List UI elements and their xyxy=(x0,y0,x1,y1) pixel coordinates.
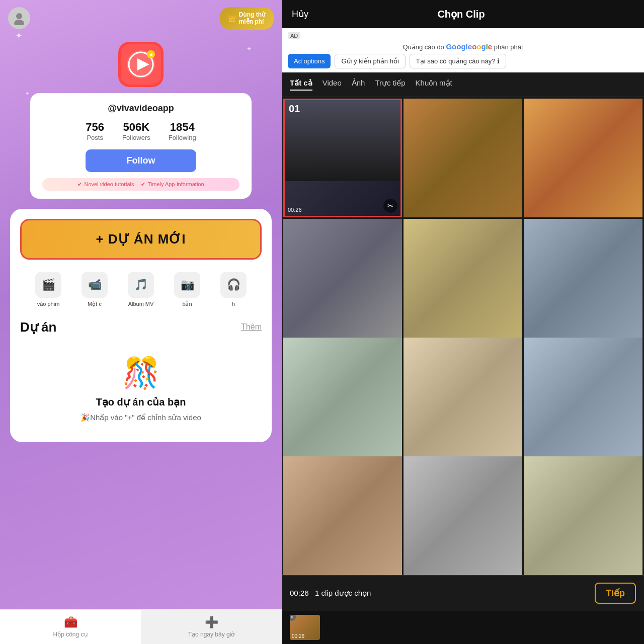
sparkle-icon: ✦ xyxy=(247,45,252,52)
cancel-button[interactable]: Hủy xyxy=(292,9,308,20)
stat-following-value: 1854 xyxy=(170,121,195,134)
profile-card: @vivavideoapp 756 Posts 506K Followers 1… xyxy=(30,93,252,199)
app-logo: ★ xyxy=(118,42,164,87)
check-icon: ✔ xyxy=(77,181,82,188)
media-cell-1-number: 01 xyxy=(289,103,300,115)
media-cell-2[interactable] xyxy=(404,99,522,217)
sparkle-icon: ✦ xyxy=(15,30,23,41)
feature-tutorials-label: Novel video tutorials xyxy=(84,181,134,187)
left-topbar: 👑 Dùng thử miễn phí xyxy=(0,0,282,37)
new-project-button[interactable]: + DỰ ÁN MỚI xyxy=(20,219,262,260)
action-movie-label: vào phim xyxy=(37,301,60,307)
projects-more-link[interactable]: Thêm xyxy=(241,323,262,332)
tab-all[interactable]: Tất cả xyxy=(290,78,312,91)
action-row: 🎬 vào phim 📹 Một c 🎵 Album MV 📷 bản 🎧 h xyxy=(20,272,262,307)
ad-buttons: Ad options Gửi ý kiến phản hồi Tại sao c… xyxy=(288,54,638,68)
nav-toolbox[interactable]: 🧰 Hộp công cụ xyxy=(0,610,141,644)
stat-followers: 506K Followers xyxy=(122,121,150,141)
crown-icon: 👑 xyxy=(228,15,236,22)
action-camera[interactable]: 📷 bản xyxy=(174,272,200,307)
ad-banner: AD Quảng cáo do Googleoogle phân phát Ad… xyxy=(282,28,644,72)
filter-tabs: Tất cả Video Ảnh Trực tiếp Khuôn mặt xyxy=(282,72,644,97)
avatar[interactable] xyxy=(8,7,30,29)
media-cell-9[interactable] xyxy=(524,338,642,456)
action-one[interactable]: 📹 Một c xyxy=(82,272,108,307)
ad-text-prefix: Quảng cáo do xyxy=(403,43,446,51)
clip-close-button[interactable]: × xyxy=(290,615,296,621)
plus-icon: ➕ xyxy=(205,616,218,629)
follow-button[interactable]: Follow xyxy=(86,149,196,172)
projects-title: Dự án xyxy=(20,319,56,335)
stat-following-label: Following xyxy=(169,134,196,141)
ad-why-button[interactable]: Tại sao có quảng cáo này? ℹ xyxy=(410,54,507,68)
media-cell-3[interactable] xyxy=(524,99,642,217)
movie-icon: 🎬 xyxy=(35,272,61,298)
feature-tutorials: ✔ Novel video tutorials xyxy=(77,181,134,188)
strip-duration: 00:26 1 clip được chọn xyxy=(290,589,371,598)
empty-title: Tạo dự án của bạn xyxy=(96,396,186,408)
action-headphone-label: h xyxy=(232,301,235,307)
profile-features: ✔ Novel video tutorials ✔ Timely App-inf… xyxy=(42,178,239,191)
media-cell-7[interactable] xyxy=(283,338,402,456)
action-movie[interactable]: 🎬 vào phim xyxy=(35,272,61,307)
tab-live[interactable]: Trực tiếp xyxy=(375,78,405,91)
album-icon: 🎵 xyxy=(128,272,154,298)
ad-options-button[interactable]: Ad options xyxy=(288,54,331,68)
strip-duration-value: 00:26 xyxy=(290,589,309,597)
media-cell-11[interactable] xyxy=(404,456,522,575)
selected-clip-strip: × 00:26 xyxy=(282,611,644,644)
action-camera-label: bản xyxy=(182,301,192,307)
stat-following: 1854 Following xyxy=(169,121,196,141)
feature-info: ✔ Timely App-information xyxy=(141,181,204,188)
media-cell-6[interactable] xyxy=(524,219,642,338)
tab-video[interactable]: Video xyxy=(323,78,342,91)
camera-icon: 📷 xyxy=(174,272,200,298)
bottom-nav: 🧰 Hộp công cụ ➕ Tạo ngay bây giờ xyxy=(0,609,282,644)
profile-handle: @vivavideoapp xyxy=(108,103,174,114)
profile-stats: 756 Posts 506K Followers 1854 Following xyxy=(86,121,196,141)
nav-create[interactable]: ➕ Tạo ngay bây giờ xyxy=(141,610,282,644)
nav-toolbox-label: Hộp công cụ xyxy=(53,631,88,638)
svg-point-0 xyxy=(16,13,22,19)
stat-posts: 756 Posts xyxy=(86,121,104,141)
info-icon: ℹ xyxy=(497,57,500,65)
scissors-icon: ✂ xyxy=(383,199,397,213)
media-grid: 01 00:26 ✂ xyxy=(282,97,644,575)
headphone-icon: 🎧 xyxy=(220,272,247,298)
right-topbar: Hủy Chọn Clip xyxy=(282,0,644,28)
empty-subtitle: 🎉Nhấp vào "+" để chỉnh sửa video xyxy=(80,413,201,422)
ad-google-text: Google xyxy=(446,42,472,51)
stat-posts-value: 756 xyxy=(86,121,104,134)
sparkle-icon: ✦ xyxy=(25,91,29,96)
stat-posts-label: Posts xyxy=(87,134,103,141)
ad-text-suffix: phân phát xyxy=(492,43,523,51)
projects-section: Dự án Thêm 🎊 Tạo dự án của bạn 🎉Nhấp vào… xyxy=(20,319,262,432)
panel-title: Chọn Clip xyxy=(437,8,485,20)
video-icon: 📹 xyxy=(82,272,108,298)
tab-face[interactable]: Khuôn mặt xyxy=(416,78,452,91)
media-cell-5[interactable] xyxy=(404,219,522,338)
selected-clip-thumb[interactable]: × 00:26 xyxy=(290,615,320,640)
action-headphone[interactable]: 🎧 h xyxy=(220,272,247,307)
gold-badge-label: Dùng thử miễn phí xyxy=(239,11,266,26)
toolbox-icon: 🧰 xyxy=(64,616,77,629)
gold-badge[interactable]: 👑 Dùng thử miễn phí xyxy=(220,7,274,30)
action-album[interactable]: 🎵 Album MV xyxy=(128,272,154,307)
media-cell-8[interactable] xyxy=(404,338,522,456)
media-cell-10[interactable] xyxy=(283,456,402,575)
svg-point-1 xyxy=(14,20,24,25)
feature-info-label: Timely App-information xyxy=(147,181,204,187)
stat-followers-label: Followers xyxy=(122,134,150,141)
svg-text:★: ★ xyxy=(149,52,153,57)
next-button[interactable]: Tiếp xyxy=(595,583,636,604)
ad-label: AD xyxy=(288,32,300,39)
media-cell-4[interactable] xyxy=(283,219,402,338)
ad-feedback-button[interactable]: Gửi ý kiến phản hồi xyxy=(335,54,405,68)
stat-followers-value: 506K xyxy=(123,121,150,134)
media-cell-12[interactable] xyxy=(524,456,642,575)
media-cell-1[interactable]: 01 00:26 ✂ xyxy=(283,99,402,217)
tab-photo[interactable]: Ảnh xyxy=(352,78,365,91)
action-album-label: Album MV xyxy=(128,301,154,307)
strip-count-label: 1 clip được chọn xyxy=(315,589,371,597)
ad-text: Quảng cáo do Googleoogle phân phát xyxy=(288,42,638,51)
